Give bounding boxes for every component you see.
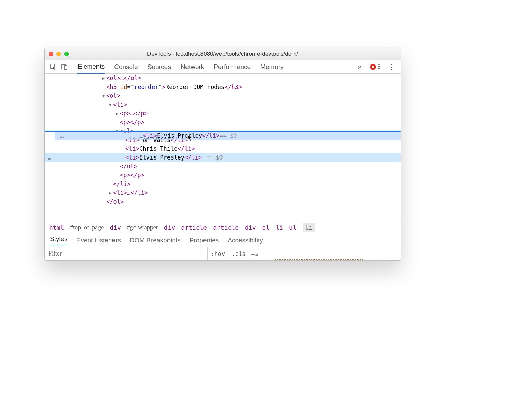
svg-rect-2 xyxy=(64,66,67,70)
dom-tree[interactable]: ▶<ol>…</ol> <h3 id="reorder">Reorder DOM… xyxy=(45,74,401,222)
tree-row[interactable]: <h3 id="reorder">Reorder DOM nodes</h3> xyxy=(45,82,401,91)
close-icon[interactable] xyxy=(49,52,53,56)
overflow-icon[interactable]: » xyxy=(358,62,362,71)
minimize-icon[interactable] xyxy=(56,52,61,56)
bc-li-selected[interactable]: li xyxy=(303,223,316,232)
tree-row[interactable]: <li>Chris Thile</li> xyxy=(45,144,401,153)
tree-row[interactable]: ▼<ol> xyxy=(45,91,401,100)
box-model-pane xyxy=(259,247,401,260)
tab-styles[interactable]: Styles xyxy=(50,235,68,245)
error-icon: ✕ xyxy=(370,64,376,70)
bc-ul[interactable]: ul xyxy=(289,224,297,231)
tab-network[interactable]: Network xyxy=(180,60,205,73)
tree-row[interactable]: </ul> xyxy=(45,162,401,171)
bc-top[interactable]: #top_of_page xyxy=(70,224,104,231)
tree-row[interactable]: <p></p> xyxy=(45,171,401,180)
tab-memory[interactable]: Memory xyxy=(260,60,284,73)
styles-filterbar: :hov .cls + xyxy=(45,247,401,260)
tree-row[interactable]: ▶<ol>…</ol> xyxy=(45,74,401,82)
drag-ghost: … <li>Elvis Presley</li> == $0 xyxy=(55,131,401,140)
inspect-icon[interactable] xyxy=(48,62,58,72)
bc-article[interactable]: article xyxy=(181,224,207,231)
devtools-window: DevTools - localhost:8080/web/tools/chro… xyxy=(44,48,401,261)
bc-article2[interactable]: article xyxy=(213,224,239,231)
bc-div3[interactable]: div xyxy=(245,224,256,231)
margin-box-icon xyxy=(275,259,363,261)
breadcrumb[interactable]: html #top_of_page div #gc-wrapper div ar… xyxy=(45,222,401,233)
tree-row[interactable]: ▼<li> xyxy=(45,100,401,109)
tree-row-selected[interactable]: <li>Elvis Presley</li> == $0 xyxy=(45,153,401,162)
hov-toggle[interactable]: :hov xyxy=(208,250,228,257)
new-style-rule-button[interactable]: + xyxy=(249,250,259,258)
error-count: 5 xyxy=(377,63,381,70)
bc-li[interactable]: li xyxy=(276,224,283,231)
zoom-icon[interactable] xyxy=(64,52,69,56)
cls-toggle[interactable]: .cls xyxy=(228,250,249,257)
bc-div[interactable]: div xyxy=(110,224,121,231)
filter-input[interactable] xyxy=(45,247,208,260)
tree-row[interactable]: </ol> xyxy=(45,197,401,206)
bc-ol[interactable]: ol xyxy=(262,224,270,231)
drop-indicator xyxy=(45,131,401,132)
tab-accessibility[interactable]: Accessibility xyxy=(228,237,263,244)
bc-html[interactable]: html xyxy=(49,224,64,231)
bc-div2[interactable]: div xyxy=(164,224,175,231)
tab-sources[interactable]: Sources xyxy=(147,60,172,73)
window-title: DevTools - localhost:8080/web/tools/chro… xyxy=(45,51,401,57)
device-toggle-icon[interactable] xyxy=(59,62,70,72)
tab-properties[interactable]: Properties xyxy=(190,237,219,244)
tree-row[interactable]: <p></p> xyxy=(45,118,401,127)
tab-dom-breakpoints[interactable]: DOM Breakpoints xyxy=(130,237,181,244)
styles-tabbar: Styles Event Listeners DOM Breakpoints P… xyxy=(45,233,401,247)
tab-performance[interactable]: Performance xyxy=(213,60,251,73)
titlebar: DevTools - localhost:8080/web/tools/chro… xyxy=(45,48,401,60)
tab-elements[interactable]: Elements xyxy=(77,60,105,74)
toolbar: Elements Console Sources Network Perform… xyxy=(45,60,401,74)
tab-event-listeners[interactable]: Event Listeners xyxy=(76,237,121,244)
tree-row[interactable]: ▶<li>…</li> xyxy=(45,188,401,197)
tree-row[interactable]: ▶<p>…</p> xyxy=(45,109,401,118)
kebab-icon[interactable]: ⋮ xyxy=(388,62,395,71)
error-badge[interactable]: ✕ 5 xyxy=(370,63,381,70)
tree-row[interactable]: </li> xyxy=(45,180,401,188)
bc-gc[interactable]: #gc-wrapper xyxy=(127,224,158,231)
traffic-lights xyxy=(49,52,69,56)
tab-console[interactable]: Console xyxy=(113,60,139,73)
